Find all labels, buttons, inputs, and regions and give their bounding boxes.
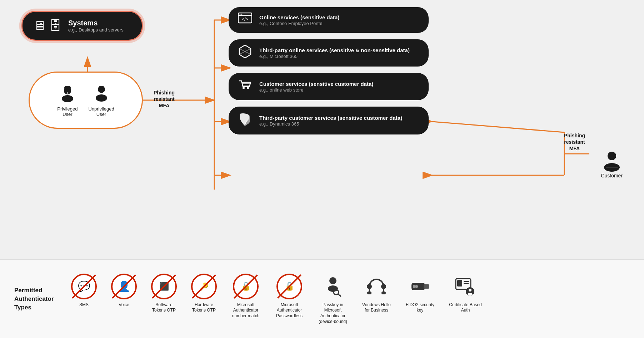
hardware-otp-wrap: 🔑 (191, 274, 217, 299)
thirdparty-customer-text: Third-party customer services (sensitive… (259, 114, 402, 127)
svg-point-13 (62, 95, 73, 102)
voice-label: Voice (119, 302, 129, 308)
services-container: </> Online services (sensitive data) e.g… (229, 7, 429, 134)
phishing-label-right: Phishing resistant MFA (564, 132, 585, 152)
svg-point-20 (608, 152, 616, 160)
auth-cert: Certificate BasedAuth (446, 274, 485, 313)
svg-point-38 (381, 284, 386, 289)
unprivileged-user: UnprivilegedUser (88, 84, 114, 117)
customer-services-sub: e.g., online web store (259, 87, 373, 93)
auth-items: 💬 SMS 👤 Voice ⬛ (68, 274, 630, 324)
systems-subtitle: e.g., Desktops and servers (68, 27, 124, 33)
svg-point-25 (240, 14, 241, 15)
sms-forbidden: 💬 (71, 274, 97, 299)
auth-sms: 💬 SMS (68, 274, 100, 308)
online-services-icon: </> (237, 13, 253, 28)
svg-point-19 (96, 94, 107, 102)
permitted-label: PermittedAuthenticatorTypes (14, 286, 57, 312)
unprivileged-user-icon (94, 84, 109, 105)
hardware-otp-forbidden: 🔑 (191, 274, 217, 299)
service-customer: Customer services (sensitive customer da… (229, 73, 429, 100)
ms-number-icon: 🔓 (241, 282, 251, 291)
svg-point-33 (328, 285, 338, 292)
svg-point-37 (367, 284, 372, 289)
privileged-user: PrivilegedUser (57, 84, 78, 117)
online-services-title: Online services (sensitive data) (259, 14, 339, 21)
auth-voice: 👤 Voice (108, 274, 140, 308)
authenticator-area: PermittedAuthenticatorTypes 💬 SMS 👤 (0, 259, 644, 338)
svg-line-10 (432, 122, 564, 132)
svg-rect-42 (381, 292, 386, 294)
voice-icon-wrap: 👤 (111, 274, 137, 299)
thirdparty-customer-title: Third-party customer services (sensitive… (259, 114, 402, 122)
thirdparty-online-title: Third-party online services (sensitive &… (259, 47, 410, 54)
svg-point-52 (469, 289, 471, 292)
auth-windows-hello: Windows Hellofor Business (359, 274, 394, 313)
passkey-label: Passkey inMicrosoftAuthenticator(device-… (319, 302, 347, 324)
thirdparty-customer-icon (237, 112, 253, 129)
privileged-user-icon (60, 84, 75, 105)
cert-label: Certificate BasedAuth (449, 302, 481, 313)
customer-services-icon (237, 78, 253, 95)
svg-line-36 (340, 295, 340, 295)
ms-passwordless-icon: 🔓 (285, 282, 294, 291)
thirdparty-customer-sub: e.g., Dynamics 365 (259, 121, 402, 127)
svg-rect-16 (65, 86, 70, 88)
monitor-icon: 🖥 (33, 18, 46, 33)
svg-rect-22 (606, 167, 618, 168)
thirdparty-online-icon (237, 44, 253, 62)
thirdparty-online-text: Third-party online services (sensitive &… (259, 47, 410, 59)
main-container: 🖥 🗄 Systems e.g., Desktops and servers (0, 0, 644, 338)
svg-text:</>: </> (242, 17, 248, 21)
cert-wrap (453, 274, 478, 299)
customer-services-title: Customer services (sensitive customer da… (259, 80, 373, 88)
passkey-wrap (320, 274, 346, 299)
ms-passwordless-forbidden: 🔓 (276, 274, 302, 299)
auth-ms-number: 🔓 MicrosoftAuthenticatornumber match (228, 274, 264, 319)
svg-rect-44 (424, 284, 429, 289)
windows-hello-icon (364, 274, 389, 299)
sms-icon: 💬 (78, 280, 90, 292)
sms-icon-wrap: 💬 (71, 274, 97, 299)
customer-box: Customer (601, 150, 623, 178)
auth-software-otp: ⬛ SoftwareTokens OTP (148, 274, 180, 313)
svg-rect-48 (457, 280, 462, 286)
windows-hello-wrap (364, 274, 389, 299)
svg-point-30 (243, 87, 245, 89)
svg-point-45 (415, 285, 418, 288)
svg-point-31 (247, 87, 249, 89)
svg-rect-40 (367, 292, 371, 294)
service-online: </> Online services (sensitive data) e.g… (229, 7, 429, 33)
phishing-label-left: Phishing resistant MFA (154, 89, 175, 109)
online-services-sub: e.g., Contoso Employee Portal (259, 21, 339, 26)
software-otp-forbidden: ⬛ (151, 274, 177, 299)
fido2-icon (407, 274, 433, 299)
voice-icon: 👤 (118, 280, 130, 292)
thirdparty-online-sub: e.g., Microsoft 365 (259, 54, 410, 59)
systems-box: 🖥 🗄 Systems e.g., Desktops and servers (21, 11, 143, 41)
fido2-wrap (407, 274, 433, 299)
software-otp-icon: ⬛ (159, 282, 169, 291)
svg-point-26 (241, 14, 243, 15)
passkey-icon (320, 274, 346, 299)
ms-number-wrap: 🔓 (233, 274, 259, 299)
service-thirdparty-online: Third-party online services (sensitive &… (229, 39, 429, 67)
svg-rect-46 (413, 285, 415, 288)
ms-number-forbidden: 🔓 (233, 274, 259, 299)
software-otp-label: SoftwareTokens OTP (152, 302, 176, 313)
ms-number-label: MicrosoftAuthenticatornumber match (232, 302, 260, 319)
auth-ms-passwordless: 🔓 MicrosoftAuthenticatorPasswordless (271, 274, 307, 319)
service-thirdparty-customer: Third-party customer services (sensitive… (229, 107, 429, 134)
sms-label: SMS (79, 302, 89, 308)
hardware-otp-icon: 🔑 (200, 282, 209, 291)
software-otp-wrap: ⬛ (151, 274, 177, 299)
ms-passwordless-label: MicrosoftAuthenticatorPasswordless (276, 302, 303, 319)
customer-label: Customer (601, 173, 623, 178)
server-icon: 🗄 (49, 18, 62, 33)
auth-passkey: Passkey inMicrosoftAuthenticator(device-… (315, 274, 351, 324)
fido2-label: FIDO2 securitykey (406, 302, 434, 313)
customer-icon (602, 150, 621, 173)
hardware-otp-label: HardwareTokens OTP (192, 302, 216, 313)
systems-title: Systems (68, 19, 124, 27)
systems-text: Systems e.g., Desktops and servers (68, 19, 124, 33)
